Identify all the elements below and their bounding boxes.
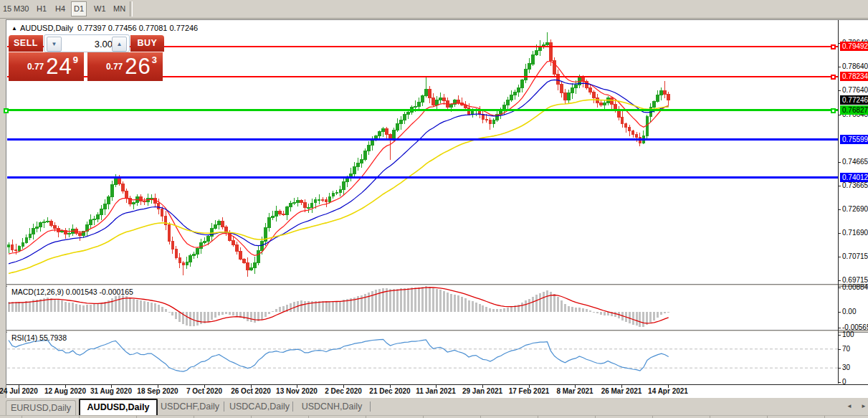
price-badge: 0.74012 <box>840 173 868 182</box>
price-tick-label: 0.73665 <box>842 181 868 189</box>
buy-price-big: 26 <box>125 54 151 79</box>
rsi-axis-tick <box>838 382 841 383</box>
time-axis-label: 24 Jul 2020 <box>0 387 38 395</box>
chart-window: ▲AUDUSD,Daily 0.77397 0.77456 0.77081 0.… <box>6 19 868 399</box>
toolbar-separator <box>130 1 133 16</box>
time-axis-label: 17 Feb 2021 <box>509 387 550 395</box>
symbol-header: ▲AUDUSD,Daily 0.77397 0.77456 0.77081 0.… <box>11 24 198 32</box>
time-axis-label: 18 Sep 2020 <box>137 387 178 395</box>
price-chart-pane[interactable]: ▲AUDUSD,Daily 0.77397 0.77456 0.77081 0.… <box>7 21 838 284</box>
price-tick <box>838 186 841 186</box>
symbol-ohlc: 0.77397 0.77456 0.77081 0.77246 <box>77 24 198 32</box>
rsi-axis-label: 70 <box>842 345 850 353</box>
buy-price-tile[interactable]: 0.77263 <box>87 52 163 81</box>
chart-tab-usdchf[interactable]: USDCHF,Daily <box>159 399 221 414</box>
tab-scroll-left-icon[interactable]: ◄ <box>846 403 852 409</box>
rsi-axis-label: 100 <box>842 331 854 338</box>
chart-tab-eurusd[interactable]: EURUSD,Daily <box>6 400 76 415</box>
time-axis-label: 7 Oct 2020 <box>186 387 222 395</box>
rsi-axis-tick <box>838 335 841 336</box>
price-badge: 0.76827 <box>840 105 868 115</box>
sell-price-big: 24 <box>46 54 72 79</box>
price-tick-label: 0.72690 <box>842 205 868 213</box>
time-axis: 24 Jul 202012 Aug 202031 Aug 202018 Sep … <box>6 384 868 399</box>
tab-scroll-right-icon[interactable]: ► <box>861 403 867 409</box>
macd-axis-label: 0.00 <box>842 308 856 315</box>
timeframe-toolbar: 15M30H1H4D1W1MN <box>0 0 868 19</box>
chart-tab-usdcad[interactable]: USDCAD,Daily <box>228 399 291 414</box>
price-tick-label: 0.71690 <box>842 229 868 237</box>
time-axis-label: 14 Apr 2021 <box>648 387 688 395</box>
rsi-pane[interactable]: RSI(14) 55.7938 <box>7 331 838 383</box>
rsi-axis-label: 30 <box>842 364 850 371</box>
time-axis-label: 8 Mar 2021 <box>556 387 593 395</box>
price-badge: 0.78234 <box>840 72 868 81</box>
tab-separator <box>224 402 224 412</box>
timeframe-button-m30[interactable]: M30 <box>11 2 31 15</box>
timeframe-button-h1[interactable]: H1 <box>34 2 49 15</box>
macd-label: MACD(12,26,9) 0.001543 -0.000165 <box>11 288 133 296</box>
price-tick <box>838 67 841 67</box>
price-badge: 0.79492 <box>840 42 868 51</box>
volume-decrease-button[interactable]: ▼ <box>47 37 62 52</box>
rsi-axis-label: 0 <box>842 378 846 386</box>
price-tick <box>838 162 841 163</box>
price-tick <box>838 280 841 281</box>
price-tick <box>838 257 841 257</box>
volume-input[interactable] <box>62 37 114 52</box>
timeframe-button-h4[interactable]: H4 <box>53 2 67 15</box>
collapse-triangle-icon[interactable]: ▲ <box>11 25 17 32</box>
price-tick-label: 0.77640 <box>842 86 868 94</box>
tab-separator <box>370 402 371 412</box>
volume-spinner: ▼ ▲ <box>44 34 130 52</box>
rsi-axis-tick <box>838 349 841 350</box>
price-tick-label: 0.70715 <box>842 252 868 260</box>
sell-button[interactable]: SELL <box>9 35 43 52</box>
time-axis-label: 26 Mar 2021 <box>601 387 642 395</box>
tab-separator <box>292 402 293 412</box>
price-tick <box>838 209 841 210</box>
rsi-label: RSI(14) 55.7938 <box>11 333 67 342</box>
rsi-chart <box>7 331 838 383</box>
price-tick <box>838 233 841 234</box>
trading-terminal: { "toolbar": { "timeframes": [ {"label":… <box>0 0 868 418</box>
rsi-axis-tick <box>838 368 841 369</box>
price-tick <box>838 90 841 91</box>
buy-button[interactable]: BUY <box>130 35 164 52</box>
price-tick <box>838 115 841 115</box>
sell-price-pip: 9 <box>73 54 78 65</box>
time-axis-label: 31 Aug 2020 <box>90 387 132 395</box>
time-axis-label: 29 Jan 2021 <box>462 387 502 395</box>
sell-price-prefix: 0.77 <box>27 62 44 72</box>
hline-handle[interactable] <box>831 44 836 49</box>
symbol-name: AUDUSD,Daily <box>20 24 73 32</box>
price-badge: 0.77246 <box>840 95 868 105</box>
timeframe-button-mn[interactable]: MN <box>111 2 128 15</box>
price-badge: 0.75599 <box>840 135 868 144</box>
macd-axis-label: 0.00884 <box>842 283 868 291</box>
price-tick-label: 0.74665 <box>842 158 868 166</box>
hline-handle[interactable] <box>4 108 9 113</box>
time-axis-label: 12 Aug 2020 <box>44 387 86 395</box>
time-axis-label: 11 Jan 2021 <box>416 387 456 395</box>
chart-tab-audusd[interactable]: AUDUSD,Daily <box>79 399 158 415</box>
macd-axis-tick <box>838 312 841 313</box>
volume-increase-button[interactable]: ▲ <box>112 37 127 52</box>
chart-tab-bar: EURUSD,DailyAUDUSD,DailyUSDCHF,DailyUSDC… <box>0 398 868 415</box>
hline-handle[interactable] <box>831 75 836 80</box>
hline-handle[interactable] <box>831 108 836 113</box>
one-click-trading-panel: SELL ▼ ▲ BUY 0.77249 0.77263 <box>9 34 164 81</box>
time-axis-label: 2 Dec 2020 <box>325 387 362 395</box>
timeframe-button-w1[interactable]: W1 <box>92 2 108 15</box>
time-axis-label: 13 Nov 2020 <box>276 387 318 395</box>
macd-pane[interactable]: MACD(12,26,9) 0.001543 -0.000165 <box>7 285 838 330</box>
time-axis-label: 21 Dec 2020 <box>369 387 410 395</box>
time-axis-label: 26 Oct 2020 <box>231 387 271 395</box>
buy-price-prefix: 0.77 <box>106 62 123 72</box>
bottom-edge-strip <box>0 415 868 418</box>
sell-price-tile[interactable]: 0.77249 <box>9 52 84 81</box>
macd-axis-tick <box>838 288 841 288</box>
chart-tab-usdcnh[interactable]: USDCNH,Daily <box>297 399 367 414</box>
price-tick-label: 0.78640 <box>842 62 868 70</box>
timeframe-button-d1[interactable]: D1 <box>71 1 87 16</box>
